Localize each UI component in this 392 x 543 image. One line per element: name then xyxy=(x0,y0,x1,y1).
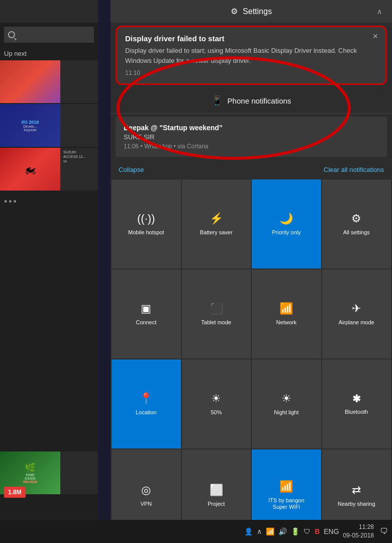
top-bar xyxy=(0,0,98,23)
up-next-label: Up next xyxy=(0,47,98,60)
clear-all-button[interactable]: Clear all notifications xyxy=(324,166,384,173)
vpn-icon: ◎ xyxy=(141,484,151,497)
tile-all-settings[interactable]: ⚙ All settings xyxy=(322,179,391,268)
battery-icon[interactable]: 🔋 xyxy=(291,527,300,535)
volume-icon[interactable]: 🔊 xyxy=(278,527,287,535)
thumbnail-1 xyxy=(0,60,60,103)
taskbar-system-icons: 👤 ∧ 📶 🔊 🔋 🛡 B ENG xyxy=(244,527,339,535)
notification-actions-row: Collapse Clear all notifications xyxy=(111,162,392,177)
tile-label: Connect xyxy=(136,319,156,326)
thumbnail-3: 🏍 xyxy=(0,148,60,191)
priority-only-icon: 🌙 xyxy=(279,212,293,225)
tile-label: VPN xyxy=(140,501,152,507)
phone-notifications-row: 📱 Phone notifications xyxy=(111,88,392,114)
whatsapp-notification-card: Deepak @ "Startup weekend" SURE SIR 11:0… xyxy=(116,117,387,157)
thumb-label-1 xyxy=(60,60,98,103)
thumbnail-2: I/O 2018 Develo... Keynote xyxy=(0,104,60,147)
tile-label: Tablet mode xyxy=(201,319,231,326)
people-icon[interactable]: 👤 xyxy=(244,527,253,535)
list-item[interactable]: I/O 2018 Develo... Keynote xyxy=(0,104,98,147)
tile-label: Network xyxy=(276,319,297,326)
tile-label: Nearby sharing xyxy=(338,501,375,507)
wa-sender-name: Deepak @ "Startup weekend" xyxy=(124,124,379,132)
tile-label: Project xyxy=(208,501,225,507)
list-item[interactable] xyxy=(0,60,98,103)
all-settings-icon: ⚙ xyxy=(351,212,361,225)
notif-body: Display driver failed to start; using Mi… xyxy=(125,46,377,65)
thumb-label-2 xyxy=(60,104,98,147)
tile-mobile-hotspot[interactable]: ((·)) Mobile hotspot xyxy=(112,179,181,268)
action-center-header: ⚙ Settings ∧ xyxy=(111,0,392,23)
tile-label: Location xyxy=(136,409,157,416)
notif-time: 11:10 xyxy=(125,69,377,76)
network-icon: 📶 xyxy=(279,302,293,315)
taskbar: 👤 ∧ 📶 🔊 🔋 🛡 B ENG 11:28 09-05-2018 🗨 xyxy=(0,520,392,543)
tile-label: ITS by bangon Super WiFi xyxy=(268,497,305,510)
wa-meta: 11:06 • WhatsApp • via Cortana xyxy=(124,143,379,150)
phone-icon: 📱 xyxy=(212,95,223,106)
driver-notification-card: Display driver failed to start Display d… xyxy=(116,26,387,85)
tile-bluetooth[interactable]: ✱ Bluetooth xyxy=(322,359,391,448)
more-indicator: ••• xyxy=(0,192,98,212)
tile-priority-only[interactable]: 🌙 Priority only xyxy=(252,179,321,268)
action-center-panel: ⚙ Settings ∧ Display driver failed to st… xyxy=(111,0,392,543)
tile-label: Priority only xyxy=(272,229,301,236)
tile-connect[interactable]: ▣ Connect xyxy=(112,269,181,358)
tile-label: 50% xyxy=(211,409,222,416)
project-icon: ⬜ xyxy=(210,484,223,497)
battery-saver-icon: ⚡ xyxy=(210,212,223,225)
close-icon[interactable]: ✕ xyxy=(372,32,378,40)
tile-label: All settings xyxy=(343,229,370,236)
chevron-up-icon[interactable]: ∧ xyxy=(377,8,382,16)
b-icon[interactable]: B xyxy=(315,527,320,535)
brightness-icon: ☀ xyxy=(211,392,221,405)
tile-label: Airplane mode xyxy=(339,319,374,326)
header-title: Settings xyxy=(243,7,272,16)
night-light-icon: ☀ xyxy=(281,392,291,405)
tile-tablet-mode[interactable]: ⬛ Tablet mode xyxy=(182,269,251,358)
view-count: 1.8M xyxy=(4,487,26,498)
airplane-mode-icon: ✈ xyxy=(352,302,361,315)
thumb-label-3: SUZUKIACCESS 12...vs xyxy=(60,148,98,191)
tile-night-light[interactable]: ☀ Night light xyxy=(252,359,321,448)
notification-center-icon[interactable]: 🗨 xyxy=(380,527,388,536)
left-sidebar: Up next I/O 2018 Develo... Keynote 🏍 SUZ… xyxy=(0,0,98,543)
taskbar-date: 09-05-2018 xyxy=(343,531,374,540)
wifi-taskbar-icon[interactable]: 📶 xyxy=(266,527,274,535)
mobile-hotspot-icon: ((·)) xyxy=(137,212,155,225)
thumb-label-4 xyxy=(60,451,98,494)
wifi-icon: 📶 xyxy=(279,480,293,493)
tile-night-light-50[interactable]: ☀ 50% xyxy=(182,359,251,448)
search-icon xyxy=(8,31,15,38)
phone-notif-label: Phone notifications xyxy=(228,97,291,105)
tile-airplane-mode[interactable]: ✈ Airplane mode xyxy=(322,269,391,358)
bluetooth-icon: ✱ xyxy=(352,393,361,405)
tile-label: Night light xyxy=(274,409,299,416)
location-icon: 📍 xyxy=(139,392,153,405)
notif-title: Display driver failed to start xyxy=(125,34,377,43)
tile-location[interactable]: 📍 Location xyxy=(112,359,181,448)
taskbar-clock: 11:28 09-05-2018 xyxy=(343,523,374,540)
tile-label: Battery saver xyxy=(200,229,233,236)
connect-icon: ▣ xyxy=(141,302,151,315)
gear-icon: ⚙ xyxy=(231,7,238,16)
tile-label: Bluetooth xyxy=(345,409,368,415)
search-bar[interactable] xyxy=(4,27,94,43)
collapse-button[interactable]: Collapse xyxy=(119,166,144,173)
nearby-sharing-icon: ⇄ xyxy=(352,484,361,497)
tile-label: Mobile hotspot xyxy=(128,229,164,236)
lang-indicator: ENG xyxy=(324,527,339,535)
expand-icon[interactable]: ∧ xyxy=(257,527,262,535)
list-item[interactable]: 🏍 SUZUKIACCESS 12...vs xyxy=(0,148,98,191)
quick-actions-grid: ((·)) Mobile hotspot ⚡ Battery saver 🌙 P… xyxy=(112,179,391,541)
shield-icon[interactable]: 🛡 xyxy=(304,527,311,535)
tile-battery-saver[interactable]: ⚡ Battery saver xyxy=(182,179,251,268)
wa-message: SURE SIR xyxy=(124,133,379,141)
taskbar-time: 11:28 xyxy=(359,523,374,531)
tablet-mode-icon: ⬛ xyxy=(210,302,223,315)
tile-network[interactable]: 📶 Network xyxy=(252,269,321,358)
